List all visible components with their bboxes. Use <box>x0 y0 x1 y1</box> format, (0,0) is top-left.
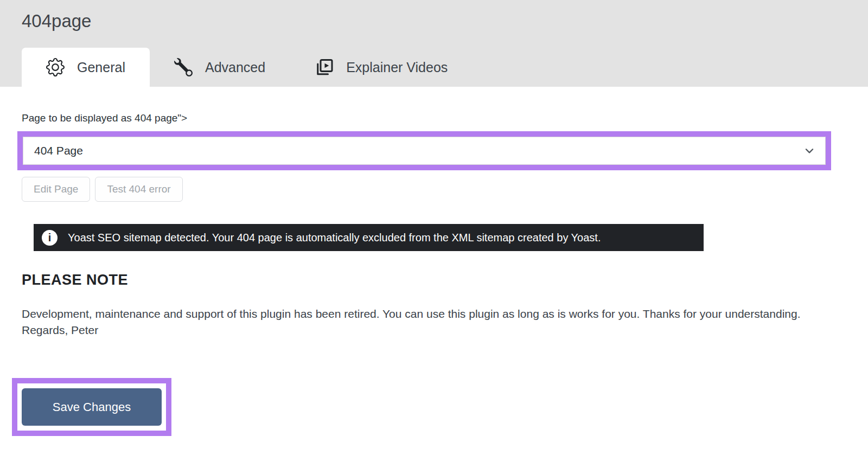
tab-label: Explainer Videos <box>346 60 448 75</box>
tab-explainer-videos[interactable]: Explainer Videos <box>290 48 472 87</box>
retirement-note-text: Development, maintenance and support of … <box>22 306 838 322</box>
page-select-label: Page to be displayed as 404 page"> <box>22 112 846 124</box>
tab-bar: General Advanced Explainer Videos <box>22 48 472 87</box>
page-action-buttons: Edit Page Test 404 error <box>22 177 846 202</box>
plugin-settings-header: 404page General Advanced <box>0 0 868 87</box>
edit-page-button[interactable]: Edit Page <box>22 177 90 202</box>
page-title: 404page <box>22 11 91 31</box>
tab-label: Advanced <box>205 60 265 75</box>
annotation-highlight-save: Save Changes <box>12 378 171 436</box>
yoast-sitemap-notice: i Yoast SEO sitemap detected. Your 404 p… <box>34 224 704 251</box>
notice-text: Yoast SEO sitemap detected. Your 404 pag… <box>68 232 601 244</box>
tab-panel-general: Page to be displayed as 404 page"> 404 P… <box>0 112 868 436</box>
save-changes-button[interactable]: Save Changes <box>22 388 162 426</box>
please-note-heading: PLEASE NOTE <box>22 272 846 289</box>
tab-general[interactable]: General <box>22 48 150 87</box>
info-icon: i <box>42 230 58 246</box>
page-select-value: 404 Page <box>34 144 83 157</box>
note-signature: Regards, Peter <box>22 322 846 338</box>
gear-icon <box>46 58 65 76</box>
page-select-dropdown[interactable]: 404 Page <box>23 137 826 165</box>
annotation-highlight-select: 404 Page <box>17 131 831 170</box>
chevron-down-icon <box>803 145 815 157</box>
wrench-icon <box>174 58 193 76</box>
test-404-error-button[interactable]: Test 404 error <box>95 177 182 202</box>
video-collection-icon <box>314 57 334 77</box>
tab-advanced[interactable]: Advanced <box>150 48 290 87</box>
tab-label: General <box>77 60 125 75</box>
